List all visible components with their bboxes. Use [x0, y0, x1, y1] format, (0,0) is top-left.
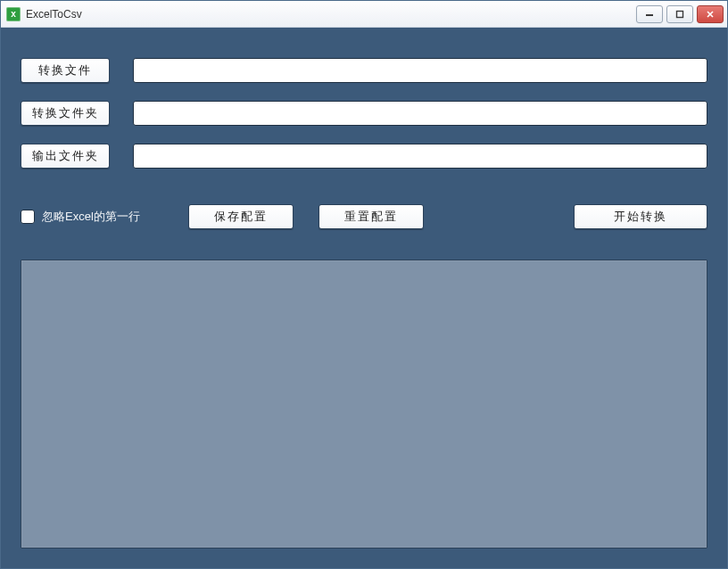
convert-folder-button[interactable]: 转换文件夹 [21, 101, 110, 126]
reset-config-button[interactable]: 重置配置 [318, 204, 424, 229]
row-convert-file: 转换文件 [21, 58, 707, 83]
svg-rect-0 [646, 14, 653, 16]
close-button[interactable] [697, 5, 724, 23]
minimize-button[interactable] [636, 5, 663, 23]
minimize-icon [645, 10, 654, 19]
config-buttons: 保存配置 重置配置 [188, 204, 424, 229]
row-output-folder: 输出文件夹 [21, 144, 707, 169]
window-controls [636, 5, 724, 23]
app-window: x ExcelToCsv [0, 0, 728, 569]
save-config-button[interactable]: 保存配置 [188, 204, 294, 229]
titlebar: x ExcelToCsv [1, 1, 727, 28]
app-icon: x [6, 7, 21, 21]
client-area: 转换文件 转换文件夹 输出文件夹 忽略Excel的第一行 保存配置 重置配置 [1, 28, 727, 568]
form-rows: 转换文件 转换文件夹 输出文件夹 [21, 58, 707, 169]
row-convert-folder: 转换文件夹 [21, 101, 707, 126]
output-folder-input[interactable] [133, 144, 707, 169]
output-folder-button[interactable]: 输出文件夹 [21, 144, 110, 169]
ignore-first-row-checkbox[interactable]: 忽略Excel的第一行 [21, 209, 140, 225]
log-output[interactable] [21, 260, 707, 548]
start-convert-button[interactable]: 开始转换 [574, 204, 707, 229]
ignore-first-row-label: 忽略Excel的第一行 [42, 209, 140, 225]
window-title: ExcelToCsv [26, 8, 82, 21]
maximize-icon [675, 10, 684, 19]
maximize-button[interactable] [666, 5, 693, 23]
convert-file-input[interactable] [133, 58, 707, 83]
svg-rect-1 [677, 11, 683, 17]
convert-folder-input[interactable] [133, 101, 707, 126]
close-icon [706, 10, 715, 19]
action-row: 忽略Excel的第一行 保存配置 重置配置 开始转换 [21, 204, 707, 229]
checkbox-icon [21, 210, 35, 224]
convert-file-button[interactable]: 转换文件 [21, 58, 110, 83]
